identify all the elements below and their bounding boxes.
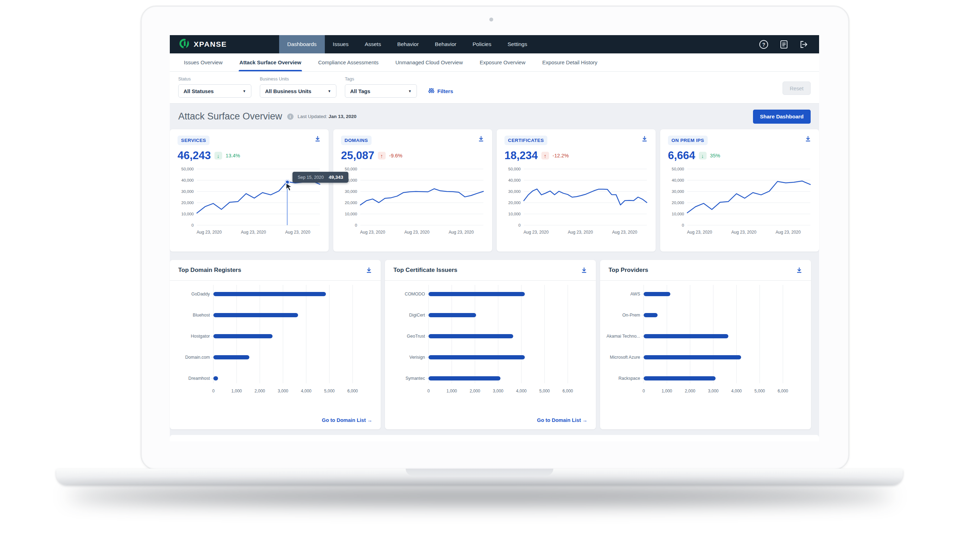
tab-exposure-detail-history[interactable]: Exposure Detail History: [542, 53, 597, 71]
top-navbar: XPANSE DashboardsIssuesAssetsBehaviorBeh…: [170, 35, 819, 53]
tab-exposure-overview[interactable]: Exposure Overview: [480, 53, 525, 71]
trend-line-chart[interactable]: 010,00020,00030,00040,00050,000Aug 23, 2…: [497, 165, 656, 237]
laptop-shadow: [67, 489, 893, 503]
bar-card-header: Top Domain Registers: [170, 260, 381, 281]
svg-text:50,000: 50,000: [508, 167, 521, 171]
release-notes-icon[interactable]: [779, 40, 789, 49]
reset-button[interactable]: Reset: [782, 81, 811, 95]
svg-text:Aug 23, 2020: Aug 23, 2020: [285, 230, 311, 235]
stat-value-row: 46,243↓13.4%: [170, 149, 329, 162]
download-icon[interactable]: [366, 267, 372, 274]
svg-text:Aug 23, 2020: Aug 23, 2020: [404, 230, 430, 235]
stat-card-header: CERTIFICATES: [497, 129, 656, 145]
laptop-base-notch: [406, 469, 553, 476]
go-to-domain-list-link[interactable]: Go to Domain List →: [537, 417, 588, 423]
svg-text:0: 0: [355, 223, 357, 227]
svg-text:30,000: 30,000: [508, 189, 521, 194]
download-icon[interactable]: [581, 267, 588, 274]
stat-value: 25,087: [341, 149, 374, 162]
trend-line-chart[interactable]: 010,00020,00030,00040,00050,000Aug 23, 2…: [660, 165, 819, 237]
svg-text:Aug 23, 2020: Aug 23, 2020: [196, 230, 222, 235]
svg-text:GeoTrust: GeoTrust: [407, 334, 425, 339]
nav-item-policies[interactable]: Policies: [464, 35, 499, 53]
download-icon[interactable]: [804, 135, 811, 142]
svg-text:Rackspace: Rackspace: [618, 376, 640, 381]
download-icon[interactable]: [314, 135, 321, 142]
share-dashboard-button[interactable]: Share Dashboard: [753, 110, 811, 124]
download-icon[interactable]: [478, 135, 484, 142]
svg-text:Aug 23, 2020: Aug 23, 2020: [568, 230, 593, 235]
brand[interactable]: XPANSE: [170, 35, 267, 53]
svg-text:20,000: 20,000: [672, 200, 684, 205]
svg-text:6,000: 6,000: [347, 388, 358, 393]
svg-text:10,000: 10,000: [508, 212, 521, 216]
svg-text:3,000: 3,000: [708, 388, 718, 393]
svg-text:0: 0: [519, 223, 521, 227]
svg-text:40,000: 40,000: [672, 178, 684, 182]
bar-card-header: Top Certificate Issuers: [385, 260, 596, 281]
filter-value-business-units: All Business Units: [265, 88, 311, 94]
svg-text:4,000: 4,000: [516, 388, 527, 393]
svg-text:On-Prem: On-Prem: [622, 313, 640, 318]
go-to-domain-list-link[interactable]: Go to Domain List →: [322, 417, 372, 423]
stat-card-header: DOMAINS: [333, 129, 492, 145]
download-icon[interactable]: [641, 135, 648, 142]
stat-label-badge: CERTIFICATES: [505, 135, 547, 145]
last-updated-label: Last Updated:: [298, 114, 327, 119]
filter-select-status[interactable]: All Statuses▼: [178, 84, 251, 98]
svg-text:Bluehost: Bluehost: [193, 313, 210, 318]
trend-line-chart[interactable]: 010,00020,00030,00040,00050,000Aug 23, 2…: [333, 165, 492, 237]
arrow-up-icon: ↑: [542, 152, 549, 159]
webcam-dot: [489, 18, 493, 21]
stat-value-row: 25,087↑-9.6%: [333, 149, 492, 162]
trend-line-chart[interactable]: 010,00020,00030,00040,00050,000Aug 23, 2…: [170, 165, 329, 237]
info-icon[interactable]: i: [287, 113, 293, 120]
bar-card-title: Top Certificate Issuers: [393, 267, 457, 274]
download-icon[interactable]: [796, 267, 803, 274]
tab-compliance-assessments[interactable]: Compliance Assessments: [318, 53, 379, 71]
svg-text:10,000: 10,000: [345, 212, 357, 216]
nav-item-issues[interactable]: Issues: [325, 35, 357, 53]
chevron-down-icon: ▼: [408, 89, 412, 93]
filter-select-tags[interactable]: All Tags▼: [345, 84, 417, 98]
filter-field-business-units: Business UnitsAll Business Units▼: [260, 76, 336, 98]
tooltip-value: 49,343: [329, 175, 343, 180]
nav-item-behavior-4[interactable]: Behavior: [427, 35, 464, 53]
stat-delta-percent: 35%: [710, 153, 720, 158]
filter-field-status: StatusAll Statuses▼: [178, 76, 251, 98]
bar-card-title: Top Domain Registers: [178, 267, 241, 274]
svg-text:6,000: 6,000: [562, 388, 573, 393]
svg-text:Aug 23, 2020: Aug 23, 2020: [360, 230, 385, 235]
svg-text:40,000: 40,000: [182, 178, 194, 182]
tab-issues-overview[interactable]: Issues Overview: [184, 53, 223, 71]
nav-item-assets[interactable]: Assets: [357, 35, 389, 53]
bar-cards-row: Top Domain Registers01,0002,0003,0004,00…: [170, 260, 811, 429]
svg-text:0: 0: [191, 223, 194, 227]
svg-text:50,000: 50,000: [672, 167, 684, 171]
svg-text:Microsoft Azure: Microsoft Azure: [610, 355, 640, 360]
stat-delta-percent: -12.2%: [553, 153, 569, 158]
help-icon[interactable]: ?: [759, 40, 768, 49]
filter-value-tags: All Tags: [350, 88, 370, 94]
filters-button[interactable]: Filters: [426, 84, 455, 98]
stat-value-row: 18,234↑-12.2%: [497, 149, 656, 162]
logout-icon[interactable]: [799, 40, 809, 49]
tab-attack-surface-overview[interactable]: Attack Surface Overview: [239, 53, 301, 71]
nav-item-settings[interactable]: Settings: [500, 35, 535, 53]
svg-text:1,000: 1,000: [231, 388, 242, 393]
svg-text:30,000: 30,000: [182, 189, 194, 194]
filter-select-business-units[interactable]: All Business Units▼: [260, 84, 336, 98]
nav-item-dashboards[interactable]: Dashboards: [279, 35, 325, 53]
bar-chart-svg: 01,0002,0003,0004,0005,0006,000COMODODig…: [385, 281, 596, 411]
nav-item-behavior-3[interactable]: Behavior: [389, 35, 427, 53]
stat-card-header: ON PREM IPS: [660, 129, 819, 145]
tab-unmanaged-cloud-overview[interactable]: Unmanaged Cloud Overview: [395, 53, 463, 71]
svg-text:Aug 23, 2020: Aug 23, 2020: [731, 230, 757, 235]
filter-field-tags: TagsAll Tags▼: [345, 76, 417, 98]
page-header: Attack Surface Overview i Last Updated: …: [170, 103, 819, 129]
chevron-down-icon: ▼: [242, 89, 246, 93]
line-chart-svg: 010,00020,00030,00040,00050,000Aug 23, 2…: [497, 165, 656, 237]
svg-text:10,000: 10,000: [672, 212, 684, 216]
svg-text:0: 0: [682, 223, 684, 227]
chevron-down-icon: ▼: [328, 89, 331, 93]
